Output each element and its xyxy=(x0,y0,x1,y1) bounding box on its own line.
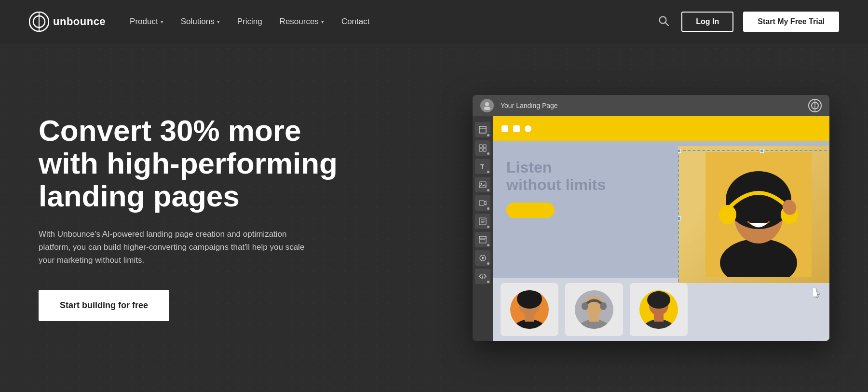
svg-point-44 xyxy=(582,302,588,310)
nav-pricing[interactable]: Pricing xyxy=(237,17,262,27)
logo-text: unbounce xyxy=(53,15,106,28)
svg-rect-46 xyxy=(589,314,599,322)
canvas-main: Listen without limits xyxy=(493,141,829,278)
toolbar-code-icon[interactable] xyxy=(475,269,490,284)
canvas-cta-button xyxy=(506,203,555,218)
svg-point-45 xyxy=(600,302,607,310)
svg-rect-10 xyxy=(479,126,486,133)
svg-rect-13 xyxy=(483,145,486,148)
canvas-headline: Listen without limits xyxy=(506,159,665,194)
hero-subtext: With Unbounce's AI-powered landing page … xyxy=(39,228,318,267)
svg-rect-19 xyxy=(479,201,484,205)
search-icon[interactable] xyxy=(655,13,672,31)
toolbar-layout-icon[interactable] xyxy=(475,122,490,137)
svg-rect-12 xyxy=(479,145,482,148)
cursor-icon xyxy=(813,288,820,297)
hero-headline: Convert 30% more with high-performing la… xyxy=(39,114,352,213)
logo-icon xyxy=(29,12,49,32)
nav-actions: Log In Start My Free Trial xyxy=(655,12,839,32)
svg-marker-51 xyxy=(813,288,820,297)
svg-line-29 xyxy=(482,274,483,279)
person-card-3 xyxy=(630,283,688,336)
svg-point-35 xyxy=(719,205,736,224)
selection-handle-tl[interactable] xyxy=(678,149,681,153)
svg-point-6 xyxy=(484,107,490,110)
svg-rect-17 xyxy=(479,182,486,188)
start-trial-button[interactable]: Start My Free Trial xyxy=(743,12,839,32)
svg-point-49 xyxy=(647,291,670,309)
hero-right: Your Landing Page xyxy=(352,95,829,341)
window-dot-1 xyxy=(502,125,508,132)
chevron-down-icon: ▾ xyxy=(321,19,324,25)
hero-section: Convert 30% more with high-performing la… xyxy=(0,43,868,392)
svg-rect-41 xyxy=(525,314,534,322)
canvas-header-bar xyxy=(493,116,829,141)
canvas-cards xyxy=(493,278,829,341)
nav-solutions[interactable]: Solutions ▾ xyxy=(181,17,220,27)
chevron-down-icon: ▾ xyxy=(161,19,163,25)
person-card-2 xyxy=(565,283,623,336)
avatar xyxy=(480,99,494,112)
titlebar-logo-icon xyxy=(808,99,822,112)
svg-rect-50 xyxy=(654,314,664,322)
toolbar-nav-icon[interactable] xyxy=(475,232,490,247)
login-button[interactable]: Log In xyxy=(681,12,733,32)
card-circle-3 xyxy=(639,290,678,329)
builder-toolbar: T xyxy=(473,116,493,341)
navigation: unbounce Product ▾ Solutions ▾ Pricing R… xyxy=(0,0,868,43)
nav-links: Product ▾ Solutions ▾ Pricing Resources … xyxy=(130,17,655,27)
person-card-1 xyxy=(501,283,558,336)
builder-body: T xyxy=(473,116,829,341)
toolbar-text-icon[interactable]: T xyxy=(475,159,490,174)
svg-marker-28 xyxy=(482,257,485,259)
nav-resources[interactable]: Resources ▾ xyxy=(280,17,324,27)
svg-rect-26 xyxy=(479,236,486,239)
toolbar-media-icon[interactable] xyxy=(475,250,490,266)
chevron-down-icon: ▾ xyxy=(217,19,220,25)
builder-preview: Your Landing Page xyxy=(473,95,829,341)
cta-button[interactable]: Start building for free xyxy=(39,290,169,321)
builder-canvas: Listen without limits xyxy=(493,116,829,341)
svg-rect-15 xyxy=(483,149,486,151)
person-illustration xyxy=(705,152,812,277)
canvas-content-right xyxy=(678,141,829,278)
toolbar-list-icon[interactable] xyxy=(475,214,490,229)
nav-contact[interactable]: Contact xyxy=(341,17,370,27)
hero-left: Convert 30% more with high-performing la… xyxy=(39,114,352,321)
canvas-hero-image xyxy=(678,146,829,283)
svg-point-18 xyxy=(481,183,482,184)
toolbar-video-icon[interactable] xyxy=(475,195,490,211)
window-dot-3 xyxy=(525,125,531,132)
canvas-content-left: Listen without limits xyxy=(493,141,678,278)
window-dot-2 xyxy=(513,125,520,132)
nav-product[interactable]: Product ▾ xyxy=(130,17,163,27)
svg-line-4 xyxy=(665,22,669,26)
builder-titlebar: Your Landing Page xyxy=(473,95,829,116)
selection-handle-lm[interactable] xyxy=(678,216,681,220)
svg-point-5 xyxy=(485,102,489,106)
card-circle-1 xyxy=(510,290,549,329)
svg-text:T: T xyxy=(480,163,484,170)
toolbar-grid-icon[interactable] xyxy=(475,140,490,156)
builder-page-title: Your Landing Page xyxy=(501,102,801,109)
svg-rect-14 xyxy=(479,149,482,151)
card-circle-2 xyxy=(575,290,613,329)
toolbar-image-icon[interactable] xyxy=(475,177,490,192)
logo[interactable]: unbounce xyxy=(29,12,106,32)
